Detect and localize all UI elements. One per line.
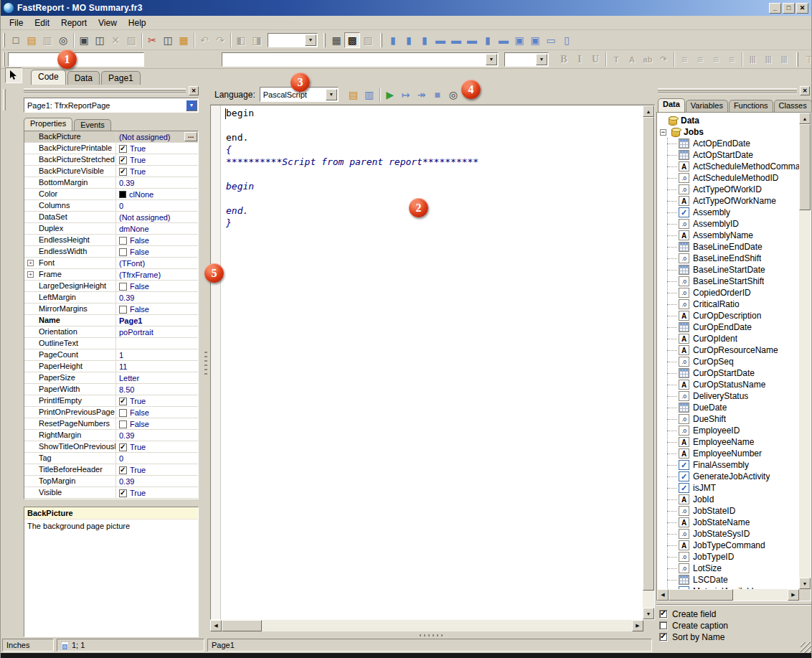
- align-lefts-icon[interactable]: ▮: [385, 32, 401, 48]
- property-row[interactable]: +PrintIfEmpty True …: [24, 395, 198, 407]
- property-row[interactable]: +BackPictureStretched True …: [24, 154, 198, 166]
- property-value[interactable]: True …: [116, 395, 198, 406]
- same-width-icon[interactable]: ▭: [543, 32, 559, 48]
- checkbox[interactable]: [119, 145, 127, 153]
- font-color-icon[interactable]: T: [608, 52, 624, 67]
- inspector-splitter[interactable]: [24, 502, 199, 506]
- property-value[interactable]: Letter …: [116, 372, 198, 383]
- show-grid-icon[interactable]: ▦: [329, 32, 344, 48]
- property-value[interactable]: (TFont) …: [116, 258, 198, 268]
- delete-page-icon[interactable]: ✕: [108, 32, 123, 48]
- tree-field-item[interactable]: AssemblyName: [660, 230, 799, 241]
- option-row[interactable]: Sort by Name: [659, 631, 810, 643]
- toolbar-grip[interactable]: [324, 33, 326, 47]
- property-value[interactable]: False …: [116, 235, 198, 245]
- font-size-combobox[interactable]: ▼: [504, 52, 549, 67]
- property-value[interactable]: True …: [116, 464, 198, 475]
- tree-field-item[interactable]: ActOpEndDate: [660, 138, 799, 149]
- scroll-down-icon[interactable]: ▼: [643, 608, 654, 619]
- checkbox[interactable]: [119, 420, 127, 428]
- step-into-icon[interactable]: ↦: [398, 87, 414, 103]
- preview-icon[interactable]: ◎: [55, 32, 71, 48]
- property-row[interactable]: +PaperWidth 8.50 …: [24, 384, 198, 395]
- property-row[interactable]: +DataSet (Not assigned) …: [24, 212, 198, 223]
- dropdown-arrow-icon[interactable]: ▼: [186, 100, 197, 111]
- property-row[interactable]: +EndlessWidth False …: [24, 246, 198, 258]
- code-line[interactable]: }: [226, 217, 643, 230]
- designer-tab[interactable]: Page1: [101, 71, 141, 85]
- tree-field-item[interactable]: BaseLineStartDate: [660, 264, 799, 276]
- tree-node-jobs[interactable]: − Jobs: [660, 126, 799, 138]
- font-name-combobox[interactable]: ▼: [222, 52, 499, 67]
- rotation-icon[interactable]: ↷: [656, 52, 671, 67]
- checkbox[interactable]: [119, 489, 127, 497]
- property-value[interactable]: 0.39 …: [116, 177, 198, 188]
- editor-hscrollbar[interactable]: ◀ ▶: [210, 620, 643, 631]
- checkbox[interactable]: [119, 283, 127, 291]
- checkbox[interactable]: [119, 248, 127, 256]
- align-top-icon[interactable]: Ⅲ: [745, 52, 760, 67]
- inspector-tab[interactable]: Properties: [24, 118, 72, 131]
- checkbox[interactable]: [119, 237, 127, 245]
- open-report-icon[interactable]: ▤: [24, 32, 39, 48]
- frame-top-icon[interactable]: ⊤: [801, 52, 812, 67]
- checkbox[interactable]: [659, 610, 668, 619]
- checkbox[interactable]: [119, 409, 127, 417]
- property-value[interactable]: …: [116, 338, 198, 349]
- property-value[interactable]: 11 …: [116, 361, 198, 372]
- checkbox[interactable]: [659, 633, 668, 641]
- fit-to-grid-icon[interactable]: ▨: [360, 32, 376, 48]
- scroll-up-icon[interactable]: ▲: [643, 105, 654, 117]
- tree-field-item[interactable]: DeliveryStatus: [660, 390, 799, 402]
- tree-field-item[interactable]: ActScheduleMethodID: [660, 172, 799, 184]
- property-row[interactable]: +TopMargin 0.39 …: [24, 476, 198, 487]
- zoom-combobox[interactable]: ▼: [268, 33, 318, 47]
- new-dialog-page-icon[interactable]: ◫: [92, 32, 108, 48]
- close-panel-icon[interactable]: ✕: [189, 86, 199, 95]
- tree-field-item[interactable]: JobTypeID: [660, 551, 799, 563]
- select-tool-button[interactable]: [5, 67, 22, 83]
- property-value[interactable]: dmNone …: [116, 223, 198, 234]
- checkbox[interactable]: [119, 466, 127, 474]
- tree-field-item[interactable]: CurOpResourceName: [660, 344, 799, 356]
- left-splitter[interactable]: [202, 85, 210, 639]
- tree-field-item[interactable]: DueShift: [660, 413, 799, 425]
- dropdown-arrow-icon[interactable]: ▼: [486, 54, 497, 65]
- object-selector-combobox[interactable]: Page1: TfrxReportPage ▼: [24, 98, 199, 113]
- expand-icon[interactable]: +: [27, 260, 34, 266]
- property-row[interactable]: +BackPictureVisible True …: [24, 166, 198, 177]
- property-value[interactable]: (TfrxFrame) …: [116, 269, 198, 280]
- tree-field-item[interactable]: CurOpStatusName: [660, 379, 799, 390]
- property-value[interactable]: 0 …: [116, 453, 198, 464]
- scroll-down-icon[interactable]: ▼: [799, 578, 811, 589]
- property-row[interactable]: +PrintOnPreviousPage False …: [24, 407, 198, 418]
- copy-icon[interactable]: ◫: [160, 32, 176, 48]
- property-value[interactable]: True …: [116, 143, 198, 154]
- code-line[interactable]: [226, 193, 643, 205]
- tree-field-item[interactable]: LotSize: [660, 563, 799, 574]
- property-value[interactable]: False …: [116, 246, 198, 257]
- property-row[interactable]: +BottomMargin 0.39 …: [24, 177, 198, 189]
- code-text[interactable]: beginend.{**********Script from parent r…: [222, 105, 643, 619]
- minimize-button[interactable]: _: [769, 3, 781, 14]
- align-rights-icon[interactable]: ▮: [417, 32, 433, 48]
- align-bottoms-icon[interactable]: ▬: [464, 32, 480, 48]
- save-report-icon[interactable]: ▥: [39, 32, 55, 48]
- property-row[interactable]: +Font (TFont) …: [24, 258, 198, 269]
- tree-vscrollbar[interactable]: ▲ ▼: [799, 113, 811, 589]
- collapse-icon[interactable]: −: [660, 129, 666, 136]
- align-middle-icon[interactable]: Ⅲ: [760, 52, 776, 67]
- property-row[interactable]: +BackPicture (Not assigned) …: [24, 131, 198, 143]
- script-editor[interactable]: beginend.{**********Script from parent r…: [210, 105, 655, 620]
- property-row[interactable]: +TitleBeforeHeader True …: [24, 464, 198, 476]
- align-to-grid-icon[interactable]: ▩: [344, 32, 360, 48]
- tree-field-item[interactable]: EmployeeName: [660, 436, 799, 448]
- property-row[interactable]: +EndlessHeight False …: [24, 235, 198, 246]
- tree-field-item[interactable]: ActOpStartDate: [660, 149, 799, 161]
- property-row[interactable]: +MirrorMargins False …: [24, 304, 198, 315]
- cut-icon[interactable]: ✂: [144, 32, 160, 48]
- property-value[interactable]: False …: [116, 407, 198, 418]
- close-button[interactable]: ✕: [796, 3, 808, 14]
- tree-field-item[interactable]: ActTypeOfWorkName: [660, 195, 799, 207]
- property-value[interactable]: clNone …: [116, 189, 198, 199]
